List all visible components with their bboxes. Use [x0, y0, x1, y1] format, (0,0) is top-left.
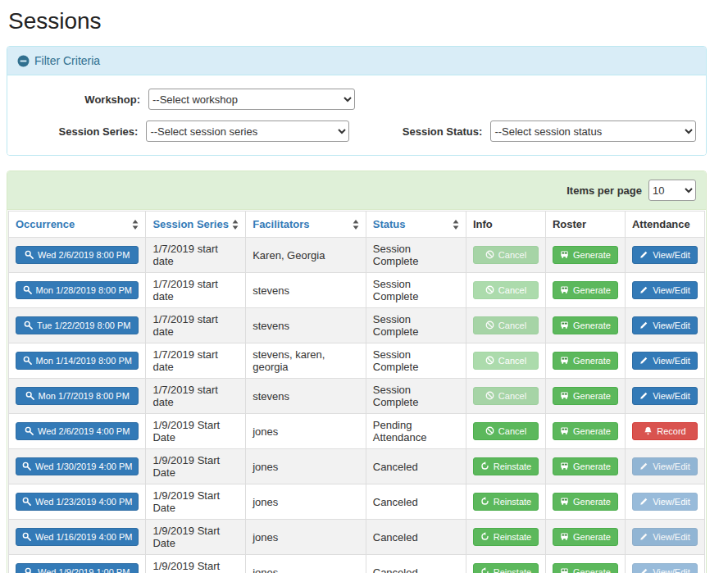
- facilitators-cell: stevens: [246, 379, 366, 414]
- view-edit-button[interactable]: View/Edit: [632, 246, 698, 264]
- table-row: Wed 1/16/2019 4:00 PM1/9/2019 Start Date…: [9, 520, 705, 555]
- column-header-occurrence[interactable]: Occurrence: [9, 211, 146, 238]
- facilitators-cell: jones: [246, 449, 366, 484]
- roster-cell: Generate: [545, 308, 625, 343]
- page-title: Sessions: [8, 8, 707, 34]
- generate-roster-button[interactable]: Generate: [553, 457, 618, 475]
- items-per-page-label: Items per page: [566, 184, 642, 197]
- session-status-select[interactable]: --Select session status: [490, 121, 696, 142]
- reinstate-button[interactable]: Reinstate: [473, 493, 539, 511]
- column-header-status[interactable]: Status: [366, 211, 466, 238]
- status-cell: Canceled: [366, 555, 466, 573]
- session-series-cell: 1/7/2019 start date: [146, 238, 246, 273]
- reinstate-button[interactable]: Reinstate: [473, 563, 539, 573]
- status-cell: Session Complete: [366, 273, 466, 308]
- occurrence-cell: Wed 1/16/2019 4:00 PM: [9, 520, 146, 555]
- table-row: Wed 2/6/2019 4:00 PM1/9/2019 Start Datej…: [9, 414, 705, 449]
- view-edit-button[interactable]: View/Edit: [632, 387, 698, 405]
- roster-cell: Generate: [545, 520, 625, 555]
- ban-icon: [485, 321, 494, 330]
- info-cell: Cancel: [466, 414, 545, 449]
- column-header-session-series[interactable]: Session Series: [146, 211, 246, 238]
- facilitators-cell: jones: [246, 520, 366, 555]
- occurrence-button[interactable]: Wed 1/16/2019 4:00 PM: [16, 528, 139, 546]
- attendance-cell: View/Edit: [625, 273, 704, 308]
- bus-icon: [560, 321, 569, 330]
- generate-roster-button[interactable]: Generate: [553, 316, 618, 334]
- bus-icon: [560, 567, 569, 573]
- record-attendance-button[interactable]: Record: [632, 422, 698, 440]
- occurrence-button[interactable]: Mon 1/28/2019 8:00 PM: [16, 281, 139, 299]
- attendance-cell: View/Edit: [625, 449, 704, 484]
- info-cell: Cancel: [466, 273, 545, 308]
- session-series-cell: 1/9/2019 Start Date: [146, 484, 246, 520]
- cancel-button[interactable]: Cancel: [473, 352, 539, 370]
- session-series-cell: 1/7/2019 start date: [146, 273, 246, 308]
- generate-roster-button[interactable]: Generate: [553, 493, 618, 511]
- occurrence-button[interactable]: Wed 1/9/2019 1:00 PM: [16, 563, 139, 573]
- filter-panel-header[interactable]: Filter Criteria: [7, 47, 706, 75]
- generate-roster-button[interactable]: Generate: [553, 352, 618, 370]
- column-header-facilitators[interactable]: Facilitators: [246, 211, 366, 238]
- column-label: Status: [373, 218, 406, 230]
- reinstate-button[interactable]: Reinstate: [473, 528, 539, 546]
- info-cell: Cancel: [466, 379, 545, 414]
- generate-roster-button[interactable]: Generate: [553, 246, 618, 264]
- edit-pencil-icon: [639, 285, 648, 294]
- sort-icon: [132, 220, 139, 230]
- attendance-cell: View/Edit: [625, 379, 704, 414]
- view-edit-button[interactable]: View/Edit: [632, 563, 698, 573]
- cancel-button[interactable]: Cancel: [473, 246, 539, 264]
- workshop-select[interactable]: --Select workshop: [148, 89, 355, 110]
- info-cell: Reinstate: [466, 484, 545, 520]
- edit-pencil-icon: [639, 391, 648, 400]
- search-icon: [25, 567, 34, 573]
- occurrence-button[interactable]: Wed 1/23/2019 4:00 PM: [16, 493, 139, 511]
- reinstate-icon: [480, 497, 489, 506]
- facilitators-cell: stevens: [246, 273, 366, 308]
- occurrence-button[interactable]: Mon 1/7/2019 8:00 PM: [16, 387, 139, 405]
- ban-icon: [485, 391, 494, 400]
- view-edit-button[interactable]: View/Edit: [632, 493, 698, 511]
- generate-roster-button[interactable]: Generate: [553, 422, 618, 440]
- column-label: Facilitators: [253, 218, 309, 230]
- generate-roster-button[interactable]: Generate: [553, 387, 618, 405]
- facilitators-cell: jones: [246, 414, 366, 449]
- view-edit-button[interactable]: View/Edit: [632, 281, 698, 299]
- session-status-label: Session Status:: [402, 125, 490, 138]
- table-row: Wed 1/30/2019 4:00 PM1/9/2019 Start Date…: [9, 449, 705, 484]
- sessions-table: Occurrence Session Series Facilitators S…: [8, 211, 705, 573]
- occurrence-button[interactable]: Wed 1/30/2019 4:00 PM: [16, 457, 139, 475]
- view-edit-button[interactable]: View/Edit: [632, 528, 698, 546]
- bell-icon: [644, 426, 653, 435]
- edit-pencil-icon: [639, 532, 648, 541]
- occurrence-button[interactable]: Mon 1/14/2019 8:00 PM: [16, 352, 139, 370]
- table-row: Wed 1/23/2019 4:00 PM1/9/2019 Start Date…: [9, 484, 705, 520]
- generate-roster-button[interactable]: Generate: [553, 563, 618, 573]
- view-edit-button[interactable]: View/Edit: [632, 457, 698, 475]
- occurrence-cell: Tue 1/22/2019 8:00 PM: [9, 308, 146, 343]
- cancel-button[interactable]: Cancel: [473, 316, 539, 334]
- cancel-button[interactable]: Cancel: [473, 422, 539, 440]
- view-edit-button[interactable]: View/Edit: [632, 316, 698, 334]
- ban-icon: [485, 285, 494, 294]
- view-edit-button[interactable]: View/Edit: [632, 352, 698, 370]
- items-per-page-select[interactable]: 10: [648, 180, 696, 201]
- cancel-button[interactable]: Cancel: [473, 387, 539, 405]
- filter-panel: Filter Criteria Workshop: --Select works…: [7, 46, 707, 156]
- info-cell: Reinstate: [466, 555, 545, 573]
- reinstate-button[interactable]: Reinstate: [473, 457, 539, 475]
- generate-roster-button[interactable]: Generate: [553, 528, 618, 546]
- occurrence-button[interactable]: Tue 1/22/2019 8:00 PM: [16, 316, 139, 334]
- session-series-select[interactable]: --Select session series: [146, 121, 349, 142]
- bus-icon: [560, 497, 569, 506]
- occurrence-button[interactable]: Wed 2/6/2019 4:00 PM: [16, 422, 139, 440]
- search-icon: [22, 462, 31, 471]
- generate-roster-button[interactable]: Generate: [553, 281, 618, 299]
- info-cell: Reinstate: [466, 449, 545, 484]
- occurrence-button[interactable]: Wed 2/6/2019 8:00 PM: [16, 246, 139, 264]
- cancel-button[interactable]: Cancel: [473, 281, 539, 299]
- edit-pencil-icon: [639, 356, 648, 365]
- bus-icon: [560, 285, 569, 294]
- sessions-panel-body: Occurrence Session Series Facilitators S…: [7, 210, 706, 573]
